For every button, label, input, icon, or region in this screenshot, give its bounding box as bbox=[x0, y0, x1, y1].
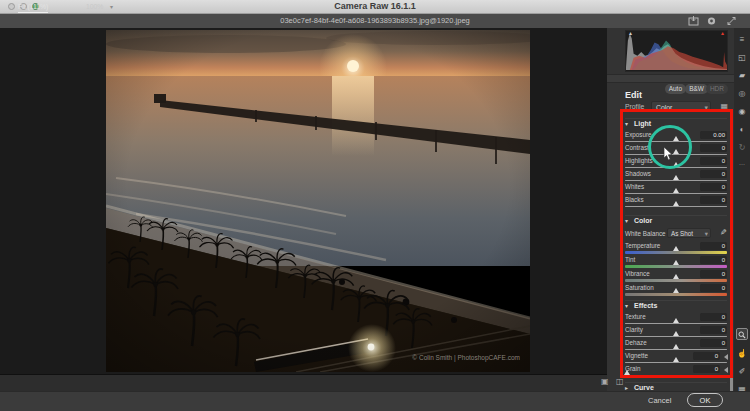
masking-tool-icon[interactable]: ◎ bbox=[736, 88, 748, 100]
vignette-slider-track[interactable] bbox=[625, 362, 727, 364]
slider-thumb[interactable] bbox=[673, 357, 679, 362]
slider-thumb[interactable] bbox=[673, 260, 679, 265]
slider-value-box[interactable]: 0 bbox=[700, 196, 727, 204]
ok-button[interactable]: OK bbox=[687, 393, 723, 407]
healing-tool-icon[interactable]: ▰ bbox=[736, 70, 748, 82]
slider-row-highlights: Highlights 0 bbox=[625, 157, 727, 170]
slider-row-whites: Whites 0 bbox=[625, 183, 727, 196]
slider-label: Tint bbox=[625, 256, 635, 263]
chevron-down-icon: ▾ bbox=[625, 120, 628, 127]
auto-button[interactable]: Auto bbox=[665, 84, 686, 94]
slider-thumb[interactable] bbox=[673, 274, 679, 279]
slider-thumb[interactable] bbox=[673, 136, 679, 141]
light-section-header[interactable]: ▾ Light bbox=[625, 118, 727, 131]
chevron-down-icon: ▾ bbox=[625, 302, 628, 309]
shadows-slider-track[interactable] bbox=[625, 180, 727, 182]
profile-dropdown[interactable]: Color ▾ bbox=[651, 101, 711, 112]
slider-value-box[interactable]: 0 bbox=[700, 313, 727, 321]
color-section-header[interactable]: ▾ Color bbox=[625, 215, 727, 228]
slider-value-box[interactable]: 0 bbox=[693, 365, 720, 373]
more-options-icon[interactable]: ··· bbox=[736, 158, 748, 170]
snapshots-icon[interactable]: ↻ bbox=[736, 142, 748, 154]
slider-value-box[interactable]: 0 bbox=[700, 270, 727, 278]
slider-value-box[interactable]: 0 bbox=[700, 157, 727, 165]
sub-settings-arrow-icon[interactable] bbox=[724, 367, 728, 373]
slider-value-box[interactable]: 0.00 bbox=[700, 131, 727, 139]
histogram[interactable]: ▲ ▲ bbox=[625, 30, 728, 72]
zoom-tool-icon[interactable] bbox=[736, 328, 748, 340]
image-viewport: © Colin Smith | PhotoshopCAFE.com bbox=[0, 28, 607, 374]
slider-value-box[interactable]: 0 bbox=[700, 284, 727, 292]
slider-row-dehaze: Dehaze 0 bbox=[625, 339, 727, 352]
sub-settings-arrow-icon[interactable] bbox=[724, 354, 728, 360]
slider-value-box[interactable]: 0 bbox=[700, 326, 727, 334]
preview-toggle-icon[interactable]: ▣ bbox=[601, 377, 609, 386]
slider-row-contrast: Contrast 0 bbox=[625, 144, 727, 157]
clarity-slider-track[interactable] bbox=[625, 336, 727, 338]
crop-tool-icon[interactable]: ◱ bbox=[736, 52, 748, 64]
highlight-clipping-icon[interactable]: ▲ bbox=[720, 31, 725, 36]
slider-thumb[interactable] bbox=[673, 162, 679, 167]
save-image-icon[interactable] bbox=[688, 16, 699, 26]
slider-thumb[interactable] bbox=[673, 201, 679, 206]
contrast-slider-track[interactable] bbox=[625, 154, 727, 156]
slider-thumb[interactable] bbox=[624, 370, 630, 375]
footer-bar bbox=[0, 391, 750, 411]
slider-value-box[interactable]: 0 bbox=[700, 170, 727, 178]
cancel-button[interactable]: Cancel bbox=[648, 396, 671, 405]
slider-row-saturation: Saturation 0 bbox=[625, 284, 727, 298]
split-view-icon[interactable]: ◫ bbox=[616, 377, 624, 386]
edit-tool-icon[interactable]: ≡ bbox=[736, 34, 748, 46]
slider-thumb[interactable] bbox=[673, 149, 679, 154]
slider-label: Contrast bbox=[625, 144, 649, 151]
settings-gear-icon[interactable] bbox=[706, 16, 717, 26]
bw-button[interactable]: B&W bbox=[685, 84, 708, 94]
highlights-slider-track[interactable] bbox=[625, 167, 727, 169]
slider-thumb[interactable] bbox=[673, 318, 679, 323]
sunset-pier-photo: © Colin Smith | PhotoshopCAFE.com bbox=[106, 30, 530, 372]
profile-browser-icon[interactable]: ▦ bbox=[720, 102, 728, 111]
sampler-tool-icon[interactable]: ✐ bbox=[736, 366, 748, 378]
section-title: Light bbox=[634, 120, 651, 127]
fit-zoom-button[interactable]: Fit (111%) bbox=[18, 3, 48, 13]
hdr-button[interactable]: HDR bbox=[706, 84, 728, 94]
slider-value-box[interactable]: 0 bbox=[700, 183, 727, 191]
zoom-dropdown-icon[interactable]: ▾ bbox=[110, 3, 113, 10]
slider-label: Shadows bbox=[625, 170, 651, 177]
dehaze-slider-track[interactable] bbox=[625, 349, 727, 351]
slider-thumb[interactable] bbox=[673, 246, 679, 251]
zoom-100-button[interactable]: 100% bbox=[86, 3, 103, 10]
vibrance-slider-track[interactable] bbox=[625, 279, 727, 282]
slider-thumb[interactable] bbox=[673, 288, 679, 293]
slider-value-box[interactable]: 0 bbox=[693, 352, 720, 360]
fullscreen-toggle-icon[interactable] bbox=[726, 16, 737, 26]
tint-slider-track[interactable] bbox=[625, 265, 727, 268]
slider-value-box[interactable]: 0 bbox=[700, 339, 727, 347]
slider-thumb[interactable] bbox=[673, 188, 679, 193]
eyedropper-icon[interactable]: ✎ bbox=[720, 228, 727, 237]
saturation-slider-track[interactable] bbox=[625, 293, 727, 296]
slider-value-box[interactable]: 0 bbox=[700, 256, 727, 264]
chevron-down-icon: ▾ bbox=[705, 104, 708, 112]
slider-thumb[interactable] bbox=[673, 344, 679, 349]
exposure-slider-track[interactable] bbox=[625, 141, 727, 143]
slider-thumb[interactable] bbox=[673, 331, 679, 336]
red-eye-tool-icon[interactable]: ◉ bbox=[736, 106, 748, 118]
slider-value-box[interactable]: 0 bbox=[700, 144, 727, 152]
photo-preview[interactable]: © Colin Smith | PhotoshopCAFE.com bbox=[106, 30, 530, 372]
slider-label: Highlights bbox=[625, 157, 653, 164]
white-balance-dropdown[interactable]: As Shot ▾ bbox=[667, 228, 711, 238]
file-name: 03e0c7ef-84bf-4e0f-a608-1963893b8935.jpg… bbox=[0, 16, 750, 25]
whites-slider-track[interactable] bbox=[625, 193, 727, 195]
slider-row-blacks: Blacks 0 bbox=[625, 196, 727, 209]
slider-thumb[interactable] bbox=[673, 175, 679, 180]
grain-slider-track[interactable] bbox=[625, 375, 727, 377]
slider-value-box[interactable]: 0 bbox=[700, 242, 727, 250]
effects-section-header[interactable]: ▾ Effects bbox=[625, 300, 727, 313]
presets-icon[interactable]: ◐ bbox=[736, 124, 748, 136]
shadow-clipping-icon[interactable]: ▲ bbox=[628, 31, 633, 36]
hand-tool-icon[interactable]: ☝ bbox=[736, 348, 748, 360]
blacks-slider-track[interactable] bbox=[625, 206, 727, 208]
temperature-slider-track[interactable] bbox=[625, 251, 727, 254]
texture-slider-track[interactable] bbox=[625, 323, 727, 325]
